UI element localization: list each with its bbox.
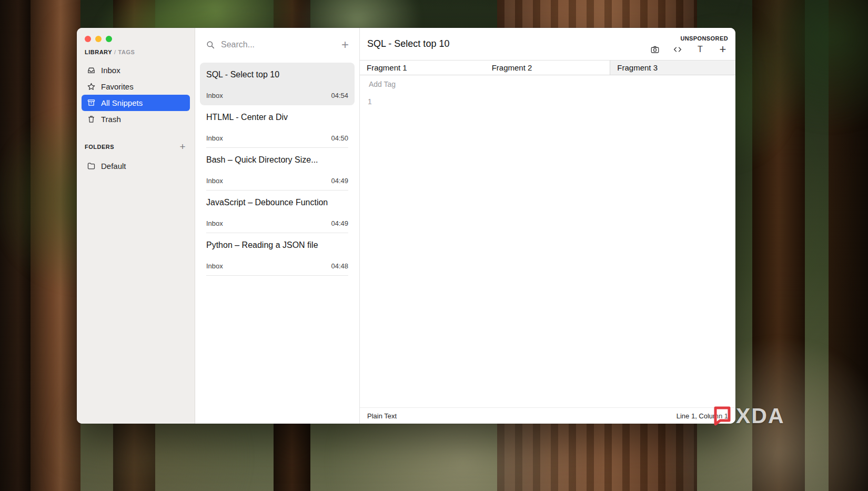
snippets-app-window: LIBRARY/TAGS Inbox Favorites All Snippet… [77,28,735,424]
tab-fragment-1[interactable]: Fragment 1 [360,61,485,75]
xda-logo-icon [712,405,732,426]
inbox-icon [86,66,96,75]
code-body[interactable] [380,97,735,407]
snippet-folder: Inbox [206,177,223,185]
editor-toolbar: T + [650,44,728,55]
trash-icon [86,115,96,124]
snippet-list-panel: + SQL - Select top 10 Inbox 04:54 HTLML … [195,28,360,424]
tab-fragment-3[interactable]: Fragment 3 [610,61,735,75]
snippet-title: JavaScript – Debounce Function [206,198,348,207]
snippet-title: Python – Reading a JSON file [206,241,348,250]
tab-library[interactable]: LIBRARY [85,49,112,55]
folders-header-label: FOLDERS [85,144,114,150]
tab-tags[interactable]: TAGS [118,49,135,55]
snippet-folder: Inbox [206,92,223,99]
status-bar: Plain Text Line 1, Column 1 [360,407,735,424]
add-folder-button[interactable]: + [179,142,186,152]
sidebar: LIBRARY/TAGS Inbox Favorites All Snippet… [77,28,195,424]
sidebar-item-label: Inbox [101,66,120,75]
code-editor[interactable]: 1 [360,91,735,407]
tab-fragment-2[interactable]: Fragment 2 [485,61,610,75]
snippet-list: SQL - Select top 10 Inbox 04:54 HTLML - … [195,62,359,276]
add-tag-input[interactable] [369,80,485,88]
snippet-folder: Inbox [206,134,223,142]
screenshot-camera-icon[interactable] [650,44,660,55]
sidebar-item-label: Default [101,162,126,171]
line-number-gutter: 1 [360,97,380,407]
xda-watermark: XDA [712,404,785,428]
add-snippet-button[interactable]: + [341,38,349,51]
list-item[interactable]: JavaScript – Debounce Function Inbox 04:… [200,191,355,233]
xda-watermark-text: XDA [736,405,785,427]
snippet-folder: Inbox [206,262,223,270]
snippet-title: SQL - Select top 10 [206,70,348,79]
list-item[interactable]: Bash – Quick Directory Size... Inbox 04:… [200,148,355,191]
sidebar-item-default-folder[interactable]: Default [82,158,190,174]
folders-section-header: FOLDERS + [77,142,195,152]
search-bar: + [195,28,359,62]
minimize-button[interactable] [95,36,102,42]
folder-icon [86,162,96,171]
sidebar-item-label: Favorites [101,82,134,91]
add-fragment-icon[interactable]: + [718,44,728,55]
snippets-box-icon [86,98,96,108]
code-brackets-icon[interactable] [672,44,683,55]
snippet-folder: Inbox [206,219,223,227]
snippet-time: 04:48 [331,262,348,270]
snippet-time: 04:50 [331,134,348,142]
search-input[interactable] [221,40,336,49]
mode-separator: / [114,49,116,55]
snippet-time: 04:49 [331,219,348,227]
list-item[interactable]: HTLML - Center a Div Inbox 04:50 [200,105,355,148]
close-button[interactable] [85,36,91,42]
sidebar-item-all-snippets[interactable]: All Snippets [82,95,190,111]
list-item[interactable]: SQL - Select top 10 Inbox 04:54 [200,63,355,105]
folders-nav: Default [77,158,195,174]
sidebar-item-inbox[interactable]: Inbox [82,62,190,78]
search-icon [206,40,215,49]
sidebar-mode-switch: LIBRARY/TAGS [77,42,195,55]
fragment-tabbar: Fragment 1 Fragment 2 Fragment 3 [360,60,735,75]
unsponsored-badge: UNSPONSORED [680,35,728,42]
sidebar-item-label: All Snippets [101,98,143,107]
snippet-title: Bash – Quick Directory Size... [206,155,348,165]
snippet-time: 04:49 [331,177,348,185]
tag-row [360,75,735,91]
sidebar-item-favorites[interactable]: Favorites [82,78,190,95]
library-nav: Inbox Favorites All Snippets Trash [77,62,195,127]
zoom-button[interactable] [106,36,112,42]
sidebar-item-label: Trash [101,115,121,124]
sidebar-item-trash[interactable]: Trash [82,111,190,127]
text-format-icon[interactable]: T [695,44,705,55]
star-icon [86,82,96,92]
list-item[interactable]: Python – Reading a JSON file Inbox 04:48 [200,233,355,276]
snippet-title: HTLML - Center a Div [206,113,348,122]
editor-header: SQL - Select top 10 UNSPONSORED T + [360,28,735,60]
editor-panel: SQL - Select top 10 UNSPONSORED T + Frag… [360,28,735,424]
window-controls [77,28,195,42]
snippet-title-heading: SQL - Select top 10 [367,38,449,49]
snippet-time: 04:54 [331,92,348,99]
status-language: Plain Text [367,412,397,420]
